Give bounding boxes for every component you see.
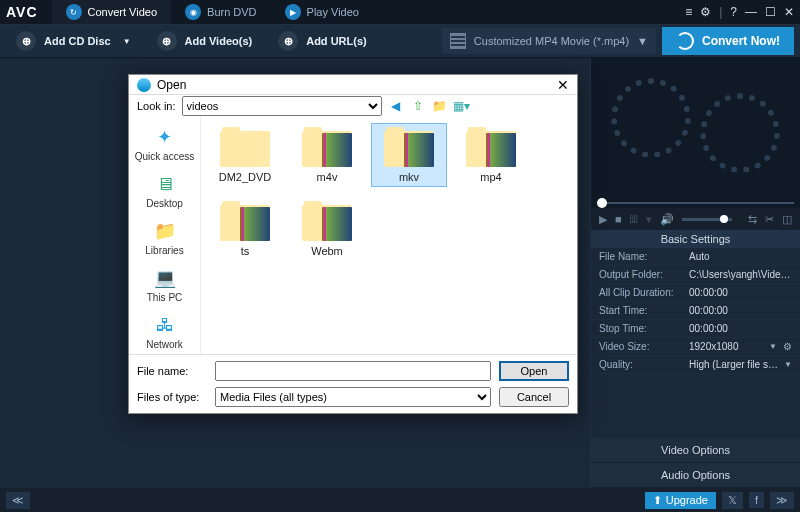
dialog-title: Open — [157, 78, 186, 92]
tab-convert-video[interactable]: ↻ Convert Video — [52, 0, 172, 24]
basic-settings-header: Basic Settings — [591, 230, 800, 248]
tab-label: Burn DVD — [207, 6, 257, 18]
folder-item[interactable]: ts — [207, 197, 283, 261]
gear-icon[interactable]: ⚙ — [783, 341, 792, 352]
setting-key: Video Size: — [599, 341, 689, 352]
volume-icon[interactable]: 🔊 — [660, 213, 674, 226]
settings-row: Stop Time:00:00:00 — [591, 320, 800, 338]
place-icon: 🖥 — [151, 172, 179, 196]
folder-label: m4v — [317, 171, 338, 183]
refresh-icon — [676, 32, 694, 50]
add-cd-disc-button[interactable]: ⊕ Add CD Disc ▼ — [6, 28, 141, 54]
facebook-icon[interactable]: f — [749, 492, 764, 508]
folder-item[interactable]: Webm — [289, 197, 365, 261]
film-reel-icon — [700, 93, 780, 173]
settings-row: Start Time:00:00:00 — [591, 302, 800, 320]
refresh-icon: ↻ — [66, 4, 82, 20]
view-menu-icon[interactable]: ▦▾ — [454, 98, 470, 114]
play-icon[interactable]: ▶ — [599, 213, 607, 226]
stop-icon[interactable]: ■ — [615, 213, 622, 225]
setting-key: Stop Time: — [599, 323, 689, 334]
disc-icon: ◉ — [185, 4, 201, 20]
play-icon: ▶ — [285, 4, 301, 20]
convert-now-button[interactable]: Convert Now! — [662, 27, 794, 55]
places-item[interactable]: ✦Quick access — [129, 121, 200, 166]
filename-label: File name: — [137, 365, 207, 377]
folder-label: Webm — [311, 245, 343, 257]
snapshot-icon[interactable]: �⃞ — [630, 213, 638, 225]
folder-item[interactable]: mp4 — [453, 123, 529, 187]
twitter-icon[interactable]: 𝕏 — [722, 492, 743, 509]
film-icon — [450, 33, 466, 49]
upgrade-button[interactable]: ⬆Upgrade — [645, 492, 716, 509]
playback-controls: ▶ ■ �⃞ ▾ 🔊 ⇆ ✂ ◫ — [591, 208, 800, 230]
places-item[interactable]: 🖧Network — [129, 309, 200, 354]
link-icon[interactable]: ⇆ — [748, 213, 757, 226]
add-urls-button[interactable]: ⊕ Add URL(s) — [268, 28, 377, 54]
maximize-icon[interactable]: ☐ — [765, 5, 776, 19]
tab-label: Play Video — [307, 6, 359, 18]
folder-label: mp4 — [480, 171, 501, 183]
setting-value: C:\Users\yangh\Videos... — [689, 269, 792, 280]
setting-key: Start Time: — [599, 305, 689, 316]
place-label: Desktop — [146, 198, 183, 209]
places-item[interactable]: 📁Libraries — [129, 215, 200, 260]
folder-item[interactable]: m4v — [289, 123, 365, 187]
close-icon[interactable]: ✕ — [557, 77, 569, 93]
place-icon: 🖧 — [151, 313, 179, 337]
places-sidebar: ✦Quick access🖥Desktop📁Libraries💻This PC🖧… — [129, 117, 201, 354]
open-file-dialog: Open ✕ Look in: videos ◀ ⇧ 📁 ▦▾ ✦Quick a… — [128, 74, 578, 414]
lookin-dropdown[interactable]: videos — [182, 96, 382, 116]
video-options-button[interactable]: Video Options — [591, 438, 800, 463]
audio-options-button[interactable]: Audio Options — [591, 463, 800, 488]
up-folder-icon[interactable]: ⇧ — [410, 98, 426, 114]
app-icon — [137, 78, 151, 92]
dialog-titlebar: Open ✕ — [129, 75, 577, 95]
add-videos-button[interactable]: ⊕ Add Video(s) — [147, 28, 263, 54]
film-reel-icon — [611, 78, 691, 158]
setting-key: Quality: — [599, 359, 689, 370]
new-folder-icon[interactable]: 📁 — [432, 98, 448, 114]
chevron-down-icon: ▼ — [123, 37, 131, 46]
settings-row: Output Folder:C:\Users\yangh\Videos... — [591, 266, 800, 284]
chevron-down-icon[interactable]: ▼ — [784, 360, 792, 369]
close-icon[interactable]: ✕ — [784, 5, 794, 19]
tab-label: Convert Video — [88, 6, 158, 18]
places-item[interactable]: 🖥Desktop — [129, 168, 200, 213]
tab-play-video[interactable]: ▶ Play Video — [271, 0, 373, 24]
video-plus-icon: ⊕ — [157, 31, 177, 51]
expand-right-button[interactable]: ≫ — [770, 492, 794, 509]
folder-icon — [466, 127, 516, 167]
filetype-label: Files of type: — [137, 391, 207, 403]
status-bar: ≪ ⬆Upgrade 𝕏 f ≫ — [0, 488, 800, 512]
back-icon[interactable]: ◀ — [388, 98, 404, 114]
settings-row: Quality:High (Larger file size)▼ — [591, 356, 800, 374]
tab-burn-dvd[interactable]: ◉ Burn DVD — [171, 0, 271, 24]
setting-value[interactable]: High (Larger file size) — [689, 359, 780, 370]
open-button[interactable]: Open — [499, 361, 569, 381]
cancel-button[interactable]: Cancel — [499, 387, 569, 407]
cut-icon[interactable]: ✂ — [765, 213, 774, 226]
folder-item[interactable]: DM2_DVD — [207, 123, 283, 187]
output-profile-dropdown[interactable]: Customized MP4 Movie (*.mp4) ▼ — [442, 28, 656, 54]
setting-value: 00:00:00 — [689, 323, 792, 334]
folder-item[interactable]: mkv — [371, 123, 447, 187]
place-icon: 📁 — [151, 219, 179, 243]
volume-slider[interactable] — [682, 218, 732, 221]
setting-key: File Name: — [599, 251, 689, 262]
setting-value[interactable]: 1920x1080 — [689, 341, 765, 352]
filename-input[interactable] — [215, 361, 491, 381]
folder-icon — [384, 127, 434, 167]
places-item[interactable]: 💻This PC — [129, 262, 200, 307]
help-icon[interactable]: ? — [730, 5, 737, 19]
folder-icon — [302, 127, 352, 167]
collapse-left-button[interactable]: ≪ — [6, 492, 30, 509]
seek-slider[interactable] — [597, 202, 794, 204]
settings-row: All Clip Duration:00:00:00 — [591, 284, 800, 302]
filetype-dropdown[interactable]: Media Files (all types) — [215, 387, 491, 407]
list-icon[interactable]: ≡ — [685, 5, 692, 19]
minimize-icon[interactable]: — — [745, 5, 757, 19]
chevron-down-icon[interactable]: ▼ — [769, 342, 777, 351]
gear-icon[interactable]: ⚙ — [700, 5, 711, 19]
crop-icon[interactable]: ◫ — [782, 213, 792, 226]
